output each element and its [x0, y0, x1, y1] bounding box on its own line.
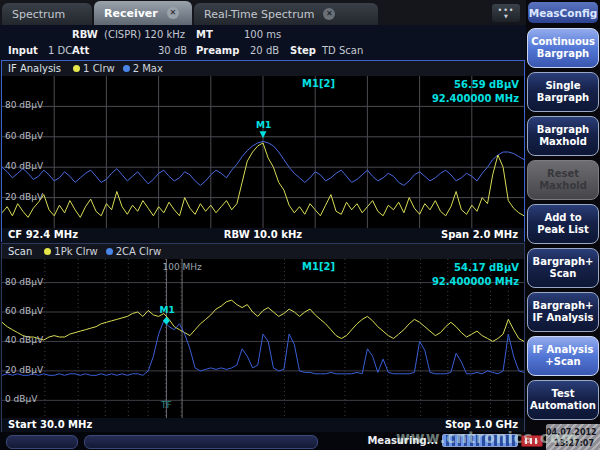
trace-legend-item[interactable]: 1 Clrw: [73, 63, 115, 74]
trace-legend: 1Pk Clrw2CA Clrw: [44, 246, 161, 257]
marker-readout-values: 54.17 dBµV 92.400000 MHz: [432, 261, 519, 288]
trace-color-dot-icon: [123, 65, 130, 72]
if-analysis-panel: IF Analysis 1 Clrw2 Max M1 M1[2] 56.59 d…: [1, 60, 525, 242]
busy-progress-indicator: [442, 434, 518, 447]
panel-title: Scan: [8, 246, 32, 257]
softkey-if-analysis-scan[interactable]: IF Analysis +Scan: [527, 336, 599, 376]
if-analysis-header: IF Analysis 1 Clrw2 Max: [2, 61, 524, 76]
att-value[interactable]: 30 dB: [158, 45, 187, 56]
softkey-menu-title: MeasConfig: [528, 2, 598, 23]
trace-color-dot-icon: [73, 65, 80, 72]
time-text: 13:27:07: [546, 438, 594, 449]
datetime-display: 04.07.2012 13:27:07: [546, 424, 600, 450]
trace-legend-item[interactable]: 1Pk Clrw: [44, 246, 97, 257]
trace-color-dot-icon: [44, 248, 51, 255]
marker-level: 56.59 dBµV: [432, 78, 519, 92]
preamp-value[interactable]: 20 dB: [250, 45, 279, 56]
softkey-reset-maxhold: Reset Maxhold: [527, 160, 599, 200]
softkey-bargraph-maxhold[interactable]: Bargraph Maxhold: [527, 116, 599, 156]
rbw-value[interactable]: (CISPR) 120 kHz: [104, 29, 185, 40]
y-axis-tick-label: 40 dBµV: [5, 161, 43, 171]
tab-label: Real-Time Spectrum: [204, 8, 314, 21]
start-frequency-label: Start 30.0 MHz: [8, 419, 92, 430]
scan-panel: Scan 1Pk Clrw2CA Clrw M1 M1[2] 54.17 dBµ…: [1, 243, 525, 432]
marker-symbol-icon[interactable]: [260, 131, 267, 138]
trace-2ca-clrw: [2, 321, 524, 376]
trace-legend-label: 2CA Clrw: [116, 246, 161, 257]
mt-label[interactable]: MT: [196, 29, 213, 40]
if-analysis-plot[interactable]: M1 M1[2] 56.59 dBµV 92.400000 MHz 20 dBµ…: [2, 76, 524, 228]
status-field-left: [6, 435, 78, 449]
marker-label: M1: [256, 120, 271, 130]
softkey-bargraph-if-analysis[interactable]: Bargraph+ IF Analysis: [527, 292, 599, 332]
center-frequency-label: CF 92.4 MHz: [8, 229, 78, 240]
rbw-footer-label: RBW 10.0 kHz: [224, 229, 302, 240]
softkey-test-automation[interactable]: Test Automation: [527, 380, 599, 420]
measuring-status-text: Measuring...: [360, 435, 438, 446]
rbw-label[interactable]: RBW: [72, 29, 98, 40]
close-icon[interactable]: ✕: [167, 7, 179, 19]
tab-receiver[interactable]: Receiver ✕: [94, 1, 192, 25]
y-axis-tick-label: 80 dBµV: [5, 100, 43, 110]
panel-title: IF Analysis: [8, 63, 61, 74]
status-field-center: [84, 435, 318, 449]
input-value[interactable]: 1 DC: [48, 45, 72, 56]
tab-spectrum[interactable]: Spectrum: [2, 3, 92, 25]
tab-bar: Spectrum Receiver ✕ Real-Time Spectrum ✕…: [0, 0, 600, 25]
scan-footer: Start 30.0 MHz Stop 1.0 GHz: [2, 418, 524, 433]
softkey-continuous-bargraph[interactable]: Continuous Bargraph: [527, 28, 599, 68]
settings-bar: RBW (CISPR) 120 kHz MT 100 ms Input 1 DC…: [0, 25, 526, 60]
tab-label: Receiver: [104, 7, 158, 20]
trace-legend-item[interactable]: 2 Max: [123, 63, 163, 74]
trace-legend: 1 Clrw2 Max: [73, 63, 163, 74]
scan-header: Scan 1Pk Clrw2CA Clrw: [2, 244, 524, 259]
y-axis-tick-label: 20 dBµV: [5, 365, 43, 375]
trace-legend-label: 1 Clrw: [83, 63, 115, 74]
if-analysis-footer: CF 92.4 MHz RBW 10.0 kHz Span 2.0 MHz: [2, 228, 524, 243]
y-axis-tick-label: 60 dBµV: [5, 306, 43, 316]
marker-frequency: 92.400000 MHz: [432, 275, 519, 289]
softkey-add-to-peak-list[interactable]: Add to Peak List: [527, 204, 599, 244]
y-axis-tick-label: 0 dBµV: [5, 394, 37, 404]
chevron-down-icon: ▼: [504, 14, 508, 19]
tab-overflow-button[interactable]: ••• ▼: [492, 4, 520, 22]
trace-legend-label: 1Pk Clrw: [54, 246, 97, 257]
y-axis-tick-label: 80 dBµV: [5, 277, 43, 287]
tab-label: Spectrum: [12, 8, 65, 21]
marker-level: 54.17 dBµV: [432, 261, 519, 275]
marker-readout-name: M1[2]: [302, 78, 335, 89]
input-label[interactable]: Input: [8, 45, 38, 56]
att-label[interactable]: Att: [72, 45, 89, 56]
close-icon[interactable]: ✕: [323, 8, 335, 20]
annotation-label: 100 MHz: [162, 262, 201, 272]
receiver-app-window: Spectrum Receiver ✕ Real-Time Spectrum ✕…: [0, 0, 600, 450]
trace-legend-label: 2 Max: [133, 63, 163, 74]
step-label[interactable]: Step: [290, 45, 316, 56]
y-axis-tick-label: 60 dBµV: [5, 131, 43, 141]
preamp-label[interactable]: Preamp: [196, 45, 239, 56]
softkey-single-bargraph[interactable]: Single Bargraph: [527, 72, 599, 112]
scan-plot[interactable]: M1 M1[2] 54.17 dBµV 92.400000 MHz 0 dBµV…: [2, 259, 524, 418]
stop-frequency-label: Stop 1.0 GHz: [445, 419, 518, 430]
tab-realtime-spectrum[interactable]: Real-Time Spectrum ✕: [194, 3, 378, 25]
y-axis-tick-label: 20 dBµV: [5, 192, 43, 202]
softkey-sidebar: MeasConfig Continuous BargraphSingle Bar…: [526, 0, 600, 450]
mt-value[interactable]: 100 ms: [244, 29, 281, 40]
marker-frequency: 92.400000 MHz: [432, 92, 519, 106]
marker-readout-name: M1[2]: [302, 261, 335, 272]
marker-symbol-icon[interactable]: [163, 317, 170, 325]
marker-label: M1: [159, 305, 174, 315]
annotation-label: TF: [161, 400, 172, 410]
step-value[interactable]: TD Scan: [322, 45, 363, 56]
status-bar: Measuring... 04.07.2012 13:27:07: [0, 432, 600, 450]
span-label: Span 2.0 MHz: [441, 229, 518, 240]
trace-legend-item[interactable]: 2CA Clrw: [106, 246, 161, 257]
alert-indicator-icon: [521, 435, 543, 447]
marker-readout-values: 56.59 dBµV 92.400000 MHz: [432, 78, 519, 105]
trace-color-dot-icon: [106, 248, 113, 255]
y-axis-tick-label: 40 dBµV: [5, 335, 43, 345]
softkey-bargraph-scan[interactable]: Bargraph+ Scan: [527, 248, 599, 288]
date-text: 04.07.2012: [546, 427, 594, 438]
